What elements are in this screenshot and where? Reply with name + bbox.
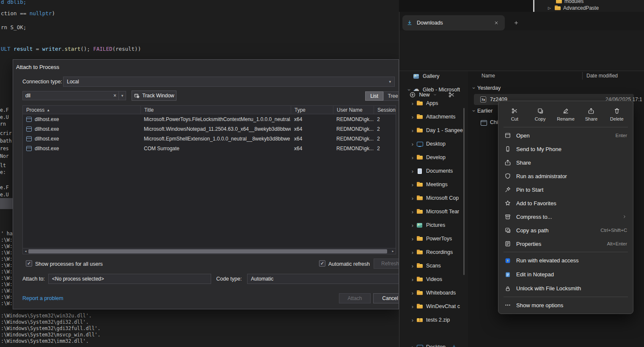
column-title[interactable]: Title	[140, 106, 291, 114]
column-user[interactable]: User Name	[333, 106, 374, 114]
sidebar-item[interactable]: › Desktop	[399, 137, 466, 151]
chevron-right-icon[interactable]: ›	[406, 86, 413, 94]
menu-item-open[interactable]: Open Enter	[500, 129, 631, 142]
chevron-right-icon[interactable]: ›	[409, 127, 416, 134]
sidebar-item[interactable]: › Pictures	[399, 218, 466, 232]
menu-item-properties[interactable]: Properties Alt+Enter	[500, 237, 631, 251]
connection-type-select[interactable]: Local ▾	[63, 77, 395, 87]
menu-item-run-as-administrator[interactable]: Run as administrator	[500, 169, 631, 183]
group-header-yesterday[interactable]: › Yesterday	[471, 83, 501, 93]
horizontal-scrollbar[interactable]: ◂ ▸	[23, 248, 396, 254]
sidebar-item[interactable]: › Gleb - Microsoft	[399, 83, 466, 96]
sidebar-item[interactable]: › Recordings	[399, 245, 466, 259]
process-row[interactable]: dllhost.exe COM Surrogate x64 REDMOND\gk…	[23, 143, 396, 153]
quick-share-button[interactable]: Share	[579, 107, 603, 121]
menu-item-send-to-phone[interactable]: Send to My Phone	[500, 142, 631, 156]
table-header[interactable]: Process▲ Title Type User Name Session	[23, 106, 396, 114]
chevron-right-icon[interactable]: ›	[409, 209, 416, 215]
sidebar-item[interactable]: › Gallery	[399, 69, 466, 83]
menu-item-share[interactable]: Share	[500, 156, 631, 169]
group-header-earlier[interactable]: › Earlier	[471, 106, 493, 116]
scrollbar-thumb[interactable]	[28, 249, 387, 253]
chevron-right-icon[interactable]: ›	[409, 222, 416, 229]
code-type-field[interactable]: Automatic	[247, 274, 399, 284]
sidebar-item[interactable]: › Apps	[399, 96, 466, 110]
sidebar-item[interactable]: › PowerToys	[399, 232, 466, 245]
chevron-right-icon[interactable]: ›	[409, 236, 416, 242]
process-filter-input[interactable]: × ▾	[22, 91, 126, 100]
column-type[interactable]: Type	[291, 106, 333, 114]
sidebar-item-desktop-pinned[interactable]: › Desktop	[399, 340, 466, 347]
menu-item-pin-to-start[interactable]: Pin to Start	[500, 183, 631, 196]
chevron-right-icon[interactable]: ›	[409, 141, 416, 147]
share-icon	[588, 107, 594, 114]
chevron-right-icon[interactable]: ›	[409, 303, 416, 310]
sidebar-item[interactable]: › Meetings	[399, 178, 466, 191]
sidebar-item[interactable]: › Whiteboards	[399, 286, 466, 300]
chevron-right-icon[interactable]: ›	[409, 182, 416, 188]
menu-item-unlock-file-locksmith[interactable]: Unlock with File Locksmith	[500, 281, 631, 295]
refresh-button[interactable]: Refresh	[374, 259, 399, 269]
filter-text-input[interactable]	[23, 93, 111, 99]
sidebar-item[interactable]: › Attachments	[399, 110, 466, 124]
chevron-down-icon[interactable]: ›	[471, 107, 477, 114]
close-tab-icon[interactable]	[492, 19, 501, 27]
menu-item-run-elevated[interactable]: Run with elevated access	[500, 253, 631, 267]
menu-item-add-to-favorites[interactable]: Add to Favorites	[500, 196, 631, 210]
vertical-scrollbar[interactable]	[463, 108, 465, 275]
scroll-left-icon[interactable]: ◂	[23, 249, 28, 253]
show-all-users-checkbox[interactable]: ✓	[26, 260, 32, 267]
chevron-right-icon[interactable]: ›	[409, 168, 416, 174]
chevron-right-icon[interactable]: ›	[409, 195, 416, 201]
chevron-right-icon[interactable]: ›	[409, 290, 416, 296]
chevron-right-icon[interactable]: ›	[409, 249, 416, 256]
quick-rename-button[interactable]: Rename	[553, 107, 578, 121]
sidebar-item[interactable]: › Day 1 - Sangee	[399, 124, 466, 137]
scroll-right-icon[interactable]: ▸	[390, 249, 396, 253]
menu-item-copy-as-path[interactable]: Copy as path Ctrl+Shift+C	[500, 223, 631, 237]
chevron-right-icon[interactable]: ▷	[548, 6, 552, 10]
chevron-down-icon[interactable]: ›	[471, 85, 477, 91]
column-date-modified[interactable]: Date modified	[586, 73, 618, 79]
clear-filter-icon[interactable]: ×	[111, 93, 118, 99]
column-name[interactable]: Name	[482, 73, 495, 79]
automatic-refresh-checkbox[interactable]: ✓	[319, 260, 325, 267]
sidebar-item[interactable]: › Documents	[399, 164, 466, 178]
chevron-right-icon[interactable]: ›	[409, 154, 416, 161]
process-row[interactable]: dllhost.exe Microsoft.PowerToys.FileLock…	[23, 114, 396, 124]
column-divider[interactable]	[582, 72, 583, 80]
new-tab-button[interactable]	[510, 17, 522, 28]
sidebar-item[interactable]: › Videos	[399, 273, 466, 286]
menu-item-compress-to[interactable]: Compress to...	[500, 210, 631, 223]
chevron-right-icon[interactable]: ›	[409, 263, 416, 269]
chevron-right-icon[interactable]: ›	[409, 317, 416, 323]
sidebar-item[interactable]: › WinDevChat c	[399, 300, 466, 313]
sidebar-item[interactable]: › Develop	[399, 151, 466, 164]
column-session[interactable]: Session	[374, 106, 396, 114]
quick-delete-button[interactable]: Delete	[605, 107, 629, 121]
sidebar-item[interactable]: › Microsoft Cop	[399, 191, 466, 205]
attach-to-field[interactable]: <No process selected>	[48, 274, 211, 284]
process-row[interactable]: dllhost.exe Microsoft.WindowsNotepad_11.…	[23, 124, 396, 134]
chevron-right-icon[interactable]: ›	[409, 114, 416, 120]
list-view-button[interactable]: List	[365, 91, 383, 101]
sidebar-item[interactable]: › Scans	[399, 259, 466, 273]
tree-view-button[interactable]: Tree	[383, 91, 399, 101]
chevron-right-icon[interactable]: ›	[409, 344, 416, 347]
tree-item-advancedpaste[interactable]: ▷ AdvancedPaste	[548, 4, 599, 12]
cancel-button[interactable]: Cancel	[373, 293, 399, 303]
sidebar-item[interactable]: › Microsoft Tear	[399, 205, 466, 218]
menu-item-show-more-options[interactable]: Show more options	[500, 298, 631, 312]
menu-item-edit-in-notepad[interactable]: Edit in Notepad	[500, 267, 631, 281]
attach-button[interactable]: Attach	[339, 293, 371, 303]
quick-copy-button[interactable]: Copy	[528, 107, 553, 121]
tab-downloads[interactable]: Downloads	[402, 15, 505, 30]
chevron-right-icon[interactable]: ›	[409, 100, 416, 107]
report-problem-link[interactable]: Report a problem	[22, 295, 63, 301]
chevron-down-icon[interactable]: ▾	[118, 91, 126, 100]
sidebar-item[interactable]: › tests 2.zip	[399, 313, 466, 327]
process-row[interactable]: dllhost.exe Microsoft.EpmShellExtension_…	[23, 134, 396, 143]
track-window-button[interactable]: Track Window	[132, 91, 176, 101]
chevron-right-icon[interactable]: ›	[409, 276, 416, 283]
quick-cut-button[interactable]: Cut	[502, 107, 527, 121]
